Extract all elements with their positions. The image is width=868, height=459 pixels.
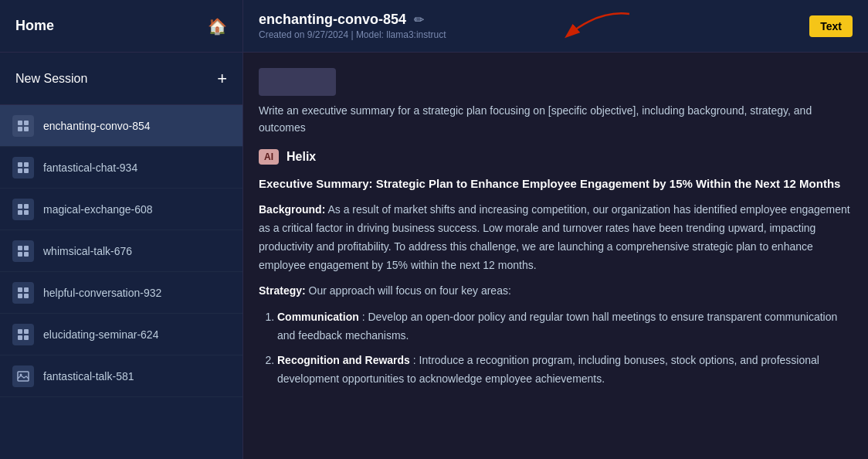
user-avatar [259,68,336,96]
ai-message-header: AI Helix [259,149,853,165]
session-label: magical-exchange-608 [43,203,153,216]
sidebar-item-magical-exchange-608[interactable]: magical-exchange-608 [0,189,242,230]
conversation-subtitle: Created on 9/27/2024 | Model: llama3:ins… [259,29,446,40]
svg-rect-22 [18,335,22,340]
session-label: enchanting-convo-854 [43,120,151,132]
svg-rect-16 [18,287,22,292]
session-label: helpful-conversation-932 [43,287,161,299]
svg-rect-4 [18,162,22,167]
svg-rect-19 [24,294,29,298]
svg-rect-24 [18,372,29,381]
session-icon [12,324,34,345]
user-message: Write an executive summary for a strateg… [259,68,853,137]
list-item: Recognition and Rewards : Introduce a re… [277,352,853,389]
add-session-icon[interactable]: + [217,69,227,89]
ai-message-content: Executive Summary: Strategic Plan to Enh… [259,174,853,395]
strategy-text: Our approach will focus on four key area… [309,284,511,297]
ai-badge: AI [259,149,279,165]
svg-rect-17 [24,287,29,292]
new-session-row[interactable]: New Session + [0,53,242,105]
text-mode-badge[interactable]: Text [809,15,853,37]
session-icon [12,115,34,137]
sidebar-item-fantastical-chat-934[interactable]: fantastical-chat-934 [0,147,242,189]
sidebar-items-list: enchanting-convo-854 fantastical-chat-93… [0,105,242,459]
user-message-text: Write an executive summary for a strateg… [259,102,853,137]
ai-strategy-intro: Strategy: Our approach will focus on fou… [259,282,853,301]
svg-rect-6 [18,168,22,173]
ai-background: Background: As a result of market shifts… [259,201,853,274]
strategy-label: Strategy: [259,284,306,297]
sidebar: Home 🏠 New Session + enchanting-convo-85… [0,0,243,459]
svg-rect-10 [18,210,22,215]
main-header: enchanting-convo-854 ✏ Created on 9/27/2… [243,0,868,53]
home-label: Home [15,18,54,34]
svg-rect-0 [18,121,22,125]
svg-rect-1 [24,121,29,125]
svg-rect-15 [24,252,29,257]
list-item: Communication : Develop an open-door pol… [277,308,853,345]
svg-rect-5 [24,162,29,167]
svg-rect-13 [24,246,29,250]
svg-rect-14 [18,252,22,257]
conversation-title: enchanting-convo-854 [259,12,406,28]
svg-rect-18 [18,294,22,298]
header-title-row: enchanting-convo-854 ✏ [259,12,446,28]
sidebar-item-whimsical-talk-676[interactable]: whimsical-talk-676 [0,230,242,272]
main-content: enchanting-convo-854 ✏ Created on 9/27/2… [243,0,868,459]
svg-rect-12 [18,246,22,250]
home-icon: 🏠 [208,17,227,36]
session-icon [12,199,34,220]
list-item-label: Communication [277,311,359,323]
svg-rect-21 [24,329,29,334]
session-icon [12,282,34,304]
arrow-annotation [506,6,645,45]
ai-name: Helix [287,150,316,164]
session-label: elucidating-seminar-624 [43,328,158,341]
svg-rect-7 [24,168,29,173]
list-item-text: : Develop an open-door policy and regula… [277,311,837,342]
sidebar-item-elucidating-seminar-624[interactable]: elucidating-seminar-624 [0,314,242,355]
session-label: fantastical-chat-934 [43,162,137,174]
sidebar-item-enchanting-convo-854[interactable]: enchanting-convo-854 [0,105,242,147]
svg-rect-3 [24,127,29,131]
sidebar-item-fantastical-talk-581[interactable]: fantastical-talk-581 [0,355,242,397]
svg-rect-2 [18,127,22,131]
edit-title-icon[interactable]: ✏ [414,12,424,27]
background-label: Background: [259,203,325,216]
new-session-label: New Session [15,72,87,86]
session-label: whimsical-talk-676 [43,245,132,257]
ai-message: AI Helix Executive Summary: Strategic Pl… [259,149,853,395]
sidebar-home[interactable]: Home 🏠 [0,0,242,53]
svg-rect-20 [18,329,22,334]
svg-rect-9 [24,204,29,209]
session-icon [12,157,34,178]
list-item-label: Recognition and Rewards [277,354,410,366]
background-text: As a result of market shifts and increas… [259,203,850,270]
svg-rect-23 [24,335,29,340]
session-label: fantastical-talk-581 [43,370,134,382]
svg-rect-11 [24,210,29,215]
svg-rect-8 [18,204,22,209]
sidebar-item-helpful-conversation-932[interactable]: helpful-conversation-932 [0,272,242,314]
strategy-list: Communication : Develop an open-door pol… [259,308,853,388]
image-session-icon [12,366,34,387]
header-left: enchanting-convo-854 ✏ Created on 9/27/2… [259,12,446,40]
session-icon [12,240,34,262]
content-area: Write an executive summary for a strateg… [243,53,868,459]
ai-heading: Executive Summary: Strategic Plan to Enh… [259,174,853,194]
